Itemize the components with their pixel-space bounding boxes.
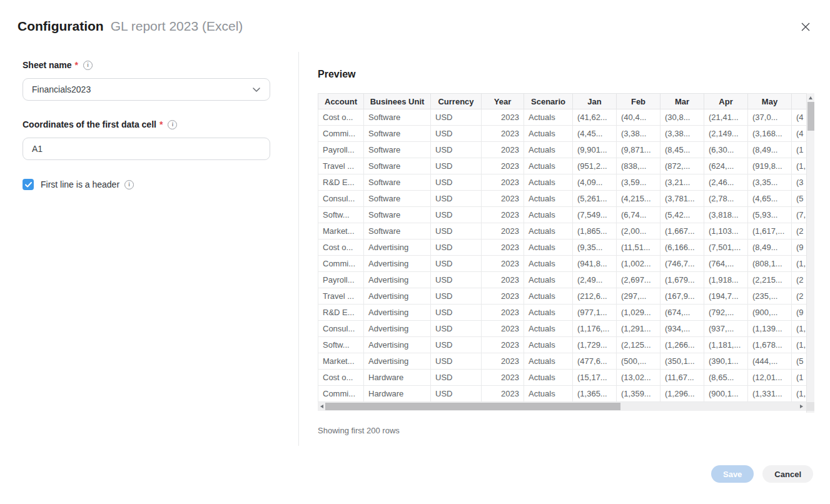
table-header-row: AccountBusinees UnitCurrencyYearScenario… [318,94,807,109]
table-cell: (1,729... [573,337,617,353]
table-cell: (8,49... [748,239,792,256]
info-icon[interactable]: i [83,61,93,70]
preview-title: Preview [318,69,814,80]
sheet-name-select[interactable]: Financials2023 [23,78,270,101]
table-cell: (1,181,... [704,337,748,353]
info-icon[interactable]: i [168,120,177,129]
coordinates-value: A1 [32,144,43,154]
table-cell: Actuals [524,158,573,174]
table-cell: (5,93... [748,207,792,223]
table-cell: (9,35... [573,239,617,256]
table-cell: (9,871... [617,142,660,158]
table-cell: Software [364,126,431,142]
table-cell: (951,2... [573,158,617,174]
table-cell: (2,697... [617,272,660,288]
table-cell: Advertising [364,337,431,353]
table-row: R&D E...AdvertisingUSD2023Actuals(977,1.… [318,305,807,321]
column-header: Currency [431,94,482,109]
table-cell: (872,... [660,158,704,174]
sheet-name-label: Sheet name * i [23,60,270,70]
table-cell: 2023 [482,305,524,321]
table-cell: (21,41... [704,109,748,126]
vertical-scrollbar[interactable] [806,93,814,413]
scroll-right-icon[interactable] [800,405,803,408]
table-cell: (3,168... [748,126,792,142]
table-cell: (674,... [660,305,704,321]
configuration-form: Sheet name * i Financials2023 Coordinate… [23,60,270,190]
table-cell: (934,... [660,321,704,337]
table-cell: USD [431,207,482,223]
table-cell: Commi... [318,256,364,272]
table-cell: (1, [792,158,807,174]
save-button[interactable]: Save [711,465,754,483]
table-cell: 2023 [482,174,524,191]
table-cell: Consul... [318,321,364,337]
info-icon[interactable]: i [124,180,134,189]
table-cell: Actuals [524,109,573,126]
table-cell: Actuals [524,272,573,288]
table-cell: USD [431,191,482,207]
table-cell: (1, [792,321,807,337]
table-cell: Actuals [524,142,573,158]
coordinates-label: Coordinates of the first data cell * i [23,119,270,129]
table-cell: 2023 [482,288,524,305]
table-cell: (808,1... [748,256,792,272]
table-cell: (30,8... [660,109,704,126]
table-cell: (764,... [704,256,748,272]
coordinates-input[interactable]: A1 [23,138,270,160]
table-cell: USD [431,288,482,305]
table-cell: Softw... [318,337,364,353]
table-cell: 2023 [482,223,524,239]
table-cell: (167,9... [660,288,704,305]
table-cell: (11,51... [617,239,660,256]
table-cell: (2 [792,288,807,305]
table-cell: (5 [792,353,807,370]
table-cell: Advertising [364,288,431,305]
table-cell: (6,74... [617,207,660,223]
table-cell: Actuals [524,174,573,191]
column-header: Account [318,94,364,109]
table-cell: (235,... [748,288,792,305]
column-header [792,94,807,109]
table-cell: Hardware [364,370,431,386]
cancel-button[interactable]: Cancel [762,465,813,483]
first-line-header-checkbox[interactable] [23,179,34,190]
table-cell: (8,45... [660,142,704,158]
table-cell: (7,501,... [704,239,748,256]
table-cell: USD [431,337,482,353]
table-cell: (444,... [748,353,792,370]
table-cell: (4,45... [573,126,617,142]
horizontal-scrollbar[interactable] [318,402,814,411]
table-cell: USD [431,239,482,256]
table-cell: (900,1... [704,386,748,402]
table-cell: (3,38... [617,126,660,142]
vertical-scrollbar-thumb[interactable] [807,102,814,131]
table-cell: (3,781... [660,191,704,207]
column-header: Year [482,94,524,109]
table-cell: (3 [792,174,807,191]
table-cell: (37,0... [748,109,792,126]
column-header: Apr [704,94,748,109]
table-cell: (1, [792,256,807,272]
panel-divider [298,52,299,446]
horizontal-scrollbar-thumb[interactable] [325,403,620,410]
table-cell: Travel ... [318,158,364,174]
scroll-up-icon[interactable] [809,96,812,99]
table-row: Market...SoftwareUSD2023Actuals(1,865...… [318,223,807,239]
table-cell: (13,02... [617,370,660,386]
close-button[interactable] [799,21,812,35]
table-cell: (41,62... [573,109,617,126]
table-cell: USD [431,109,482,126]
table-cell: (1,679... [660,272,704,288]
table-cell: (2,149... [704,126,748,142]
table-cell: (1,678... [748,337,792,353]
table-cell: Payroll... [318,272,364,288]
table-cell: Actuals [524,353,573,370]
sheet-name-label-text: Sheet name [23,60,72,70]
table-cell: USD [431,223,482,239]
scroll-left-icon[interactable] [320,405,323,408]
table-row: Commi...HardwareUSD2023Actuals(1,365...(… [318,386,807,402]
table-cell: USD [431,386,482,402]
table-cell: USD [431,305,482,321]
table-cell: (1,359... [617,386,660,402]
